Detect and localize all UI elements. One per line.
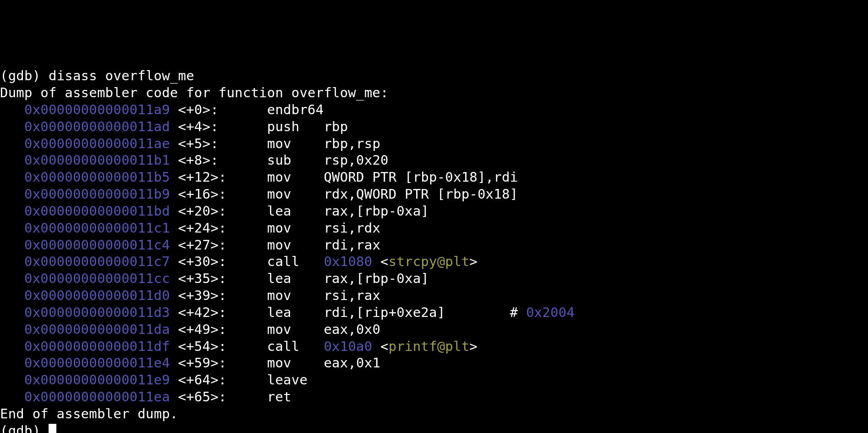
- operands: rax,[rbp-0xa]: [324, 271, 429, 286]
- symbol-name: printf@plt: [389, 339, 470, 354]
- operands: rsi,rax: [324, 288, 380, 303]
- disasm-line: 0x00000000000011ae <+5>: mov rbp,rsp: [0, 135, 868, 152]
- indent: [0, 169, 24, 185]
- instruction-offset: <+30>:: [178, 254, 267, 269]
- instruction-offset: <+5>:: [178, 136, 267, 151]
- indent: [0, 220, 24, 236]
- disasm-line: 0x00000000000011df <+54>: call 0x10a0 <p…: [0, 338, 868, 355]
- operands: rsp,0x20: [324, 152, 388, 168]
- dump-footer: End of assembler dump.: [0, 405, 868, 422]
- mnemonic: push: [267, 119, 324, 134]
- mnemonic: lea: [267, 271, 324, 286]
- indent: [0, 355, 24, 371]
- symbol-bracket-open: <: [372, 254, 388, 269]
- indent: [0, 389, 24, 405]
- symbol-bracket-close: >: [469, 254, 478, 269]
- indent: [0, 237, 24, 253]
- indent: [0, 186, 24, 202]
- comment-address: 0x2004: [526, 305, 575, 320]
- operands: rdi,[rip+0xe2a]: [324, 305, 445, 320]
- mnemonic: leave: [267, 372, 324, 388]
- mnemonic: mov: [267, 355, 324, 371]
- instruction-address: 0x00000000000011c7: [24, 254, 170, 269]
- indent: [0, 254, 24, 269]
- instruction-address: 0x00000000000011d3: [24, 305, 170, 320]
- disasm-line: 0x00000000000011d3 <+42>: lea rdi,[rip+0…: [0, 304, 868, 321]
- disasm-line: 0x00000000000011ea <+65>: ret: [0, 389, 868, 405]
- indent: [0, 339, 24, 354]
- terminal[interactable]: (gdb) disass overflow_meDump of assemble…: [0, 67, 868, 433]
- mnemonic: ret: [267, 389, 324, 405]
- instruction-address: 0x00000000000011b1: [24, 152, 170, 168]
- instruction-offset: <+27>:: [178, 237, 267, 253]
- instruction-address: 0x00000000000011b5: [24, 169, 170, 185]
- indent: [0, 372, 24, 388]
- instruction-offset: <+64>:: [178, 372, 267, 388]
- instruction-address: 0x00000000000011d0: [24, 288, 170, 303]
- operands: rax,[rbp-0xa]: [324, 203, 429, 219]
- instruction-address: 0x00000000000011a9: [24, 102, 170, 117]
- command-text: disass overflow_me: [49, 68, 194, 83]
- gdb-prompt: (gdb): [0, 68, 49, 83]
- instruction-address: 0x00000000000011c4: [24, 237, 170, 253]
- operands: eax,0x0: [324, 322, 380, 337]
- indent: [0, 322, 24, 337]
- instruction-address: 0x00000000000011ae: [24, 136, 170, 151]
- comment-hash: #: [445, 305, 526, 320]
- instruction-address: 0x00000000000011da: [24, 322, 170, 337]
- disasm-line: 0x00000000000011e9 <+64>: leave: [0, 372, 868, 389]
- mnemonic: lea: [267, 305, 324, 320]
- instruction-offset: <+49>:: [178, 322, 267, 337]
- prompt-line: (gdb) disass overflow_me: [0, 67, 868, 84]
- indent: [0, 271, 24, 286]
- indent: [0, 288, 24, 303]
- instruction-address: 0x00000000000011ad: [24, 119, 170, 134]
- symbol-bracket-open: <: [372, 339, 388, 354]
- dump-header: Dump of assembler code for function over…: [0, 84, 868, 101]
- mnemonic: sub: [267, 152, 324, 168]
- indent: [0, 152, 24, 168]
- instruction-offset: <+42>:: [178, 305, 267, 320]
- instruction-address: 0x00000000000011c1: [24, 220, 170, 236]
- instruction-offset: <+20>:: [178, 203, 267, 219]
- instruction-offset: <+35>:: [178, 271, 267, 286]
- disasm-line: 0x00000000000011cc <+35>: lea rax,[rbp-0…: [0, 270, 868, 287]
- operands: rbp: [324, 119, 348, 134]
- instruction-offset: <+65>:: [178, 389, 267, 405]
- disasm-line: 0x00000000000011d0 <+39>: mov rsi,rax: [0, 287, 868, 304]
- instruction-address: 0x00000000000011e4: [24, 355, 170, 371]
- instruction-offset: <+0>:: [178, 102, 267, 117]
- disasm-line: 0x00000000000011da <+49>: mov eax,0x0: [0, 321, 868, 338]
- mnemonic: mov: [267, 136, 324, 151]
- gdb-prompt: (gdb): [0, 423, 49, 433]
- operands: rdx,QWORD PTR [rbp-0x18]: [324, 186, 518, 202]
- indent: [0, 119, 24, 134]
- indent: [0, 136, 24, 151]
- disasm-line: 0x00000000000011c1 <+24>: mov rsi,rdx: [0, 220, 868, 237]
- call-target-address: 0x10a0: [324, 339, 372, 354]
- indent: [0, 102, 24, 117]
- mnemonic: mov: [267, 186, 324, 202]
- instruction-offset: <+4>:: [178, 119, 267, 134]
- disasm-line: 0x00000000000011b5 <+12>: mov QWORD PTR …: [0, 169, 868, 186]
- mnemonic: mov: [267, 220, 324, 236]
- operands: rsi,rdx: [324, 220, 380, 236]
- instruction-address: 0x00000000000011df: [24, 339, 170, 354]
- instruction-address: 0x00000000000011ea: [24, 389, 170, 405]
- instruction-address: 0x00000000000011bd: [24, 203, 170, 219]
- operands: rdi,rax: [324, 237, 380, 253]
- mnemonic: endbr64: [267, 102, 324, 117]
- instruction-address: 0x00000000000011e9: [24, 372, 170, 388]
- disasm-line: 0x00000000000011bd <+20>: lea rax,[rbp-0…: [0, 203, 868, 220]
- mnemonic: call: [267, 339, 324, 354]
- mnemonic: mov: [267, 237, 324, 253]
- call-target-address: 0x1080: [324, 254, 372, 269]
- instruction-offset: <+16>:: [178, 186, 267, 202]
- symbol-bracket-close: >: [469, 339, 478, 354]
- mnemonic: call: [267, 254, 324, 269]
- disasm-line: 0x00000000000011b9 <+16>: mov rdx,QWORD …: [0, 186, 868, 203]
- mnemonic: mov: [267, 288, 324, 303]
- mnemonic: mov: [267, 322, 324, 337]
- symbol-name: strcpy@plt: [389, 254, 470, 269]
- indent: [0, 203, 24, 219]
